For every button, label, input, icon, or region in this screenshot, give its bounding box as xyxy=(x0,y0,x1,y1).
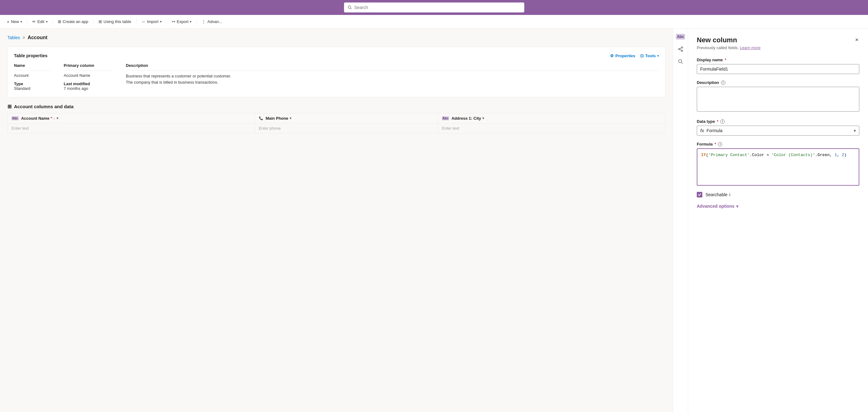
cell-address-city[interactable]: Enter text xyxy=(438,123,665,134)
description-value: Business that represents a customer or p… xyxy=(126,73,238,85)
toolbar: + New ▾ ✏ Edit ▾ ⊞ Create an app ⊞ Using… xyxy=(0,15,868,29)
data-type-select[interactable]: fx Formula ▾ xyxy=(697,126,859,136)
svg-point-4 xyxy=(681,50,683,52)
using-table-button[interactable]: ⊞ Using this table xyxy=(95,18,134,25)
panel-title: New column xyxy=(697,36,859,44)
new-button[interactable]: + New ▾ xyxy=(4,18,25,26)
side-icons: Abc xyxy=(673,29,688,412)
side-icon-search[interactable] xyxy=(675,56,686,67)
col-header-address-city[interactable]: Abc Address 1: City ▾ xyxy=(438,114,665,123)
export-icon: ↦ xyxy=(172,19,175,24)
svg-point-3 xyxy=(678,49,680,50)
advanced-options-label: Advanced options xyxy=(697,204,734,209)
data-type-group: Data type * i fx Formula ▾ xyxy=(697,119,859,136)
display-name-group: Display name * xyxy=(697,58,859,74)
side-icon-share[interactable] xyxy=(675,43,686,55)
svg-point-2 xyxy=(681,47,683,49)
toolbar-divider-6 xyxy=(196,19,197,25)
tools-btn[interactable]: ⊡ Tools ▾ xyxy=(640,54,659,58)
type-label: Type xyxy=(14,82,51,86)
properties-btn[interactable]: ⚙ Properties xyxy=(610,54,635,58)
formula-str1: 'Primary Contact' xyxy=(708,153,750,157)
data-table: Abc Account Name * ↑ ▾ 📞 Main Phone xyxy=(7,113,665,134)
using-table-icon: ⊞ xyxy=(98,19,102,24)
formula-comma: , xyxy=(837,153,842,157)
export-button[interactable]: ↦ Export ▾ xyxy=(169,18,195,25)
advanced-button[interactable]: ⋮ Advan... xyxy=(198,18,225,25)
searchable-info-icon[interactable]: i xyxy=(730,192,730,197)
svg-line-5 xyxy=(680,50,681,50)
col-chevron-2[interactable]: ▾ xyxy=(290,116,291,120)
table-row: Enter text Enter phone Enter text xyxy=(8,123,665,134)
properties-icon: ⚙ xyxy=(610,54,614,58)
data-type-required: * xyxy=(717,119,718,124)
formula-str2: 'Color (Contacts)' xyxy=(771,153,815,157)
breadcrumb-separator: > xyxy=(22,35,25,40)
searchable-label: Searchable i xyxy=(706,192,730,197)
new-chevron-icon: ▾ xyxy=(21,20,22,23)
svg-line-6 xyxy=(680,48,681,49)
toolbar-divider-4 xyxy=(136,19,136,25)
display-name-label: Display name * xyxy=(697,58,859,62)
advanced-chevron-icon: ▾ xyxy=(736,204,738,209)
formula-label: Formula * i xyxy=(697,142,859,146)
fx-icon: fx xyxy=(700,128,704,133)
data-type-label: Data type * i xyxy=(697,119,859,124)
data-type-info-icon[interactable]: i xyxy=(720,119,725,124)
data-type-chevron-icon: ▾ xyxy=(854,128,856,133)
formula-dot1: .Color = xyxy=(750,153,771,157)
account-columns-title: ⊞ Account columns and data xyxy=(7,104,665,110)
formula-if: If xyxy=(701,153,706,157)
side-icon-abc[interactable]: Abc xyxy=(675,31,686,42)
formula-paren2: ) xyxy=(844,153,846,157)
formula-num1: 1 xyxy=(834,153,837,157)
new-column-panel: × New column Previously called fields. L… xyxy=(688,29,868,412)
table-properties-title: Table properties xyxy=(14,53,48,58)
edit-label: Edit xyxy=(37,19,44,24)
cell-account-name[interactable]: Enter text xyxy=(8,123,255,134)
create-app-button[interactable]: ⊞ Create an app xyxy=(55,18,91,25)
col-header-primary: Primary column xyxy=(64,63,114,70)
formula-dot2: .Green, xyxy=(815,153,834,157)
top-bar xyxy=(0,0,868,15)
required-star: * xyxy=(51,116,52,121)
phone-icon: 📞 xyxy=(259,116,263,120)
advanced-label: Advan... xyxy=(207,19,222,24)
breadcrumb-tables-link[interactable]: Tables xyxy=(7,35,20,40)
toolbar-divider-5 xyxy=(166,19,167,25)
edit-button[interactable]: ✏ Edit ▾ xyxy=(29,18,50,25)
formula-info-icon[interactable]: i xyxy=(718,142,722,146)
abc-icon-1: Abc xyxy=(11,116,19,120)
tools-icon: ⊡ xyxy=(640,54,644,58)
description-input[interactable] xyxy=(697,87,859,112)
searchable-checkbox[interactable] xyxy=(697,192,702,198)
col-header-account-name[interactable]: Abc Account Name * ↑ ▾ xyxy=(8,114,255,123)
search-input[interactable] xyxy=(354,5,521,10)
card-header-actions: ⚙ Properties ⊡ Tools ▾ xyxy=(610,54,659,58)
col-header-main-phone[interactable]: 📞 Main Phone ▾ xyxy=(255,114,438,123)
breadcrumb-current: Account xyxy=(28,35,48,40)
import-chevron-icon: ▾ xyxy=(160,20,162,23)
import-button[interactable]: ↔ Import ▾ xyxy=(138,18,165,25)
display-name-input[interactable] xyxy=(697,64,859,74)
cell-main-phone[interactable]: Enter phone xyxy=(255,123,438,134)
abc-icon-2: Abc xyxy=(442,116,449,120)
new-label: New xyxy=(11,19,19,24)
advanced-options[interactable]: Advanced options ▾ xyxy=(697,204,859,209)
search-bar[interactable] xyxy=(344,2,524,12)
search-icon xyxy=(348,5,352,10)
close-button[interactable]: × xyxy=(852,35,862,45)
formula-box[interactable]: If('Primary Contact'.Color = 'Color (Con… xyxy=(697,148,859,186)
export-chevron-icon: ▾ xyxy=(190,20,191,23)
using-table-label: Using this table xyxy=(103,19,131,24)
formula-required: * xyxy=(714,142,716,146)
toolbar-divider-1 xyxy=(27,19,27,25)
col-chevron-1[interactable]: ▾ xyxy=(57,116,58,120)
learn-more-link[interactable]: Learn more xyxy=(740,46,761,50)
description-info-icon[interactable]: i xyxy=(721,81,725,85)
tools-chevron-icon: ▾ xyxy=(657,54,659,58)
toolbar-divider-2 xyxy=(53,19,53,25)
col-chevron-3[interactable]: ▾ xyxy=(482,116,484,120)
sort-icon[interactable]: ↑ xyxy=(54,117,55,120)
advanced-icon: ⋮ xyxy=(202,19,206,24)
